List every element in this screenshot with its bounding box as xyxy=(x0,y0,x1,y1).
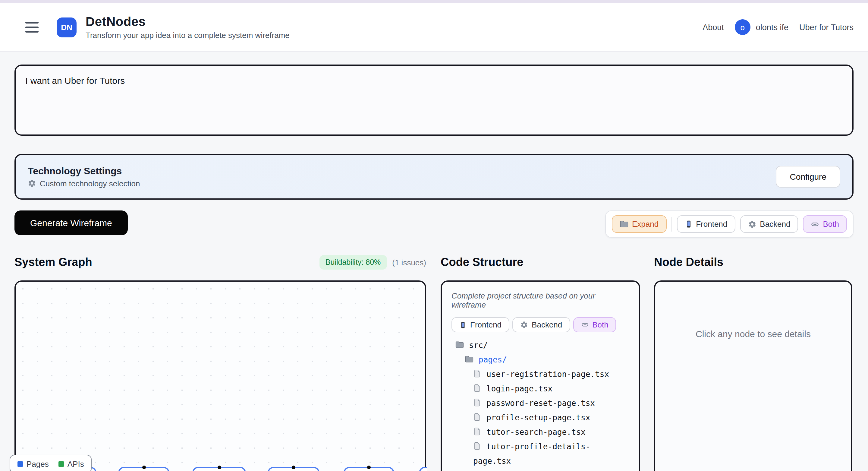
system-graph-canvas[interactable]: Pages APIs User Registration Page Login … xyxy=(14,281,426,471)
user-name: olonts ife xyxy=(756,23,788,32)
node-handle xyxy=(292,466,296,469)
gear-icon xyxy=(520,321,528,329)
tree-file[interactable]: tutor-profile-details-page.tsx xyxy=(473,440,618,469)
graph-node-tutor-profile-details-page[interactable]: Tutor Profile xyxy=(419,467,427,471)
folder-icon xyxy=(465,355,474,364)
tree-file[interactable]: profile-setup-page.tsx xyxy=(473,411,618,425)
tree-file[interactable]: login-page.tsx xyxy=(473,382,618,396)
tab-frontend[interactable]: Frontend xyxy=(452,317,509,332)
buildability-wrap: Buildability: 80% (1 issues) xyxy=(319,255,426,270)
nav-about-link[interactable]: About xyxy=(703,23,724,32)
code-structure-panel: Complete project structure based on your… xyxy=(441,281,640,471)
section-headings-row: System Graph Buildability: 80% (1 issues… xyxy=(14,255,854,270)
user-chip[interactable]: o olonts ife xyxy=(735,19,788,35)
link-icon xyxy=(581,321,589,329)
node-handle xyxy=(367,466,371,469)
code-structure-heading: Code Structure xyxy=(441,256,524,268)
code-structure-tabs: Frontend Backend Both xyxy=(452,317,629,332)
actions-row: Generate Wireframe Expand Frontend Backe… xyxy=(14,210,854,238)
configure-button[interactable]: Configure xyxy=(776,166,840,187)
graph-node-profile-setup-page[interactable]: Profile Setup Page xyxy=(268,467,319,471)
app-logo: DN xyxy=(57,17,76,37)
tree-file[interactable]: session-booking-page.tsx xyxy=(473,469,618,471)
pages-swatch xyxy=(18,461,23,467)
node-details-heading: Node Details xyxy=(654,256,723,268)
tree-file-label: tutor-search-page.tsx xyxy=(487,428,586,437)
graph-node-password-reset-page[interactable]: Password Reset Page xyxy=(192,467,246,471)
phone-icon xyxy=(684,219,692,229)
file-icon xyxy=(473,384,482,392)
graph-node-tutor-search-page[interactable]: Tutor Search Page xyxy=(344,467,394,471)
tree-folder-src[interactable]: src/ xyxy=(452,338,629,353)
view-toolbar: Expand Frontend Backend Both xyxy=(605,210,854,238)
file-icon xyxy=(473,427,482,436)
tree-file[interactable]: tutor-search-page.tsx xyxy=(473,425,618,440)
app-root: DN DetNodes Transform your app idea into… xyxy=(0,0,868,471)
tree-file[interactable]: password-reset-page.tsx xyxy=(473,396,618,411)
link-icon xyxy=(811,220,819,228)
toolbar-divider xyxy=(671,217,672,231)
code-structure-note: Complete project structure based on your… xyxy=(452,291,629,310)
technology-settings-subtitle-row: Custom technology selection xyxy=(28,179,140,188)
expand-label: Expand xyxy=(632,219,658,229)
file-icon xyxy=(473,441,482,450)
tree-file-label: tutor-profile-details-page.tsx xyxy=(473,442,590,466)
frontend-button[interactable]: Frontend xyxy=(677,215,735,233)
file-icon xyxy=(473,369,482,378)
legend-apis: APIs xyxy=(59,460,84,469)
top-accent-strip xyxy=(0,0,868,3)
expand-button[interactable]: Expand xyxy=(612,215,666,233)
folder-icon xyxy=(455,340,464,349)
legend-pages-label: Pages xyxy=(27,460,49,469)
header-nav: About o olonts ife Uber for Tutors xyxy=(703,19,854,35)
panels-row: Pages APIs User Registration Page Login … xyxy=(14,281,854,471)
system-graph-heading-row: System Graph Buildability: 80% (1 issues… xyxy=(14,255,426,270)
backend-button[interactable]: Backend xyxy=(740,215,798,233)
tab-both[interactable]: Both xyxy=(573,317,616,332)
node-details-panel: Click any node to see details xyxy=(654,281,852,471)
tree-folder-label: pages/ xyxy=(478,355,507,364)
technology-settings-title: Technology Settings xyxy=(28,166,140,176)
graph-legend: Pages APIs xyxy=(10,455,92,471)
tree-file-label: password-reset-page.tsx xyxy=(487,399,595,408)
tab-frontend-label: Frontend xyxy=(470,320,501,329)
avatar[interactable]: o xyxy=(735,19,750,35)
tree-file-label: login-page.tsx xyxy=(487,384,553,393)
legend-pages: Pages xyxy=(18,460,49,469)
gear-icon xyxy=(748,220,756,228)
tree-file-label: user-registration-page.tsx xyxy=(487,370,609,379)
tab-backend[interactable]: Backend xyxy=(513,317,570,332)
graph-node-login-page[interactable]: Login Page xyxy=(118,467,169,471)
header: DN DetNodes Transform your app idea into… xyxy=(0,3,868,52)
file-icon xyxy=(473,398,482,407)
tree-file[interactable]: user-registration-page.tsx xyxy=(473,367,618,382)
idea-input[interactable]: I want an Uber for Tutors xyxy=(14,64,854,136)
legend-apis-label: APIs xyxy=(67,460,84,469)
backend-label: Backend xyxy=(760,219,790,229)
phone-icon xyxy=(459,321,467,329)
title-block: DetNodes Transform your app idea into a … xyxy=(86,14,290,40)
buildability-badge: Buildability: 80% xyxy=(319,255,387,270)
folder-icon xyxy=(619,219,628,229)
file-tree: src/ pages/ user-registration-page.tsx l… xyxy=(452,338,629,471)
project-name: Uber for Tutors xyxy=(799,23,854,32)
gear-icon xyxy=(28,179,36,187)
issues-count: (1 issues) xyxy=(392,258,426,267)
node-details-heading-col: Node Details xyxy=(654,256,852,269)
frontend-label: Frontend xyxy=(696,219,727,229)
node-handle xyxy=(217,466,221,469)
apis-swatch xyxy=(59,461,64,467)
technology-settings-subtitle: Custom technology selection xyxy=(40,179,140,188)
menu-icon[interactable] xyxy=(23,19,41,35)
both-label: Both xyxy=(823,219,839,229)
generate-wireframe-button[interactable]: Generate Wireframe xyxy=(14,210,128,235)
technology-settings-texts: Technology Settings Custom technology se… xyxy=(28,166,140,188)
tab-backend-label: Backend xyxy=(532,320,562,329)
code-structure-heading-col: Code Structure xyxy=(441,256,640,269)
tab-both-label: Both xyxy=(592,320,609,329)
tree-folder-pages[interactable]: pages/ xyxy=(452,353,629,367)
both-button[interactable]: Both xyxy=(803,215,847,233)
page-title: DetNodes xyxy=(86,14,290,29)
node-details-placeholder: Click any node to see details xyxy=(655,282,851,339)
main-content: I want an Uber for Tutors Technology Set… xyxy=(0,52,868,471)
